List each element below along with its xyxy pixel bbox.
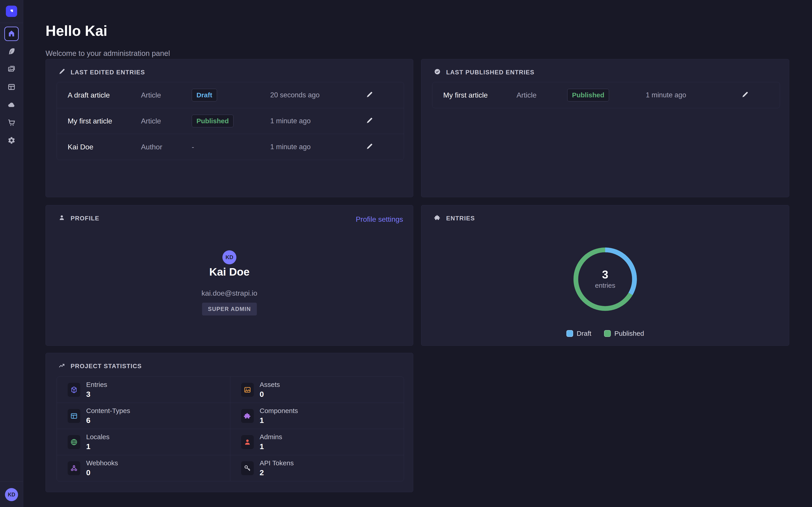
home-icon xyxy=(7,30,15,38)
panel-title: LAST PUBLISHED ENTRIES xyxy=(446,69,535,76)
legend-label: Published xyxy=(614,330,644,337)
sidebar-item-deploy[interactable] xyxy=(4,98,19,112)
page-title: Hello Kai xyxy=(46,22,107,39)
edit-entry-button[interactable] xyxy=(366,143,373,151)
content-manager-icon xyxy=(7,47,15,56)
stat-content-types: Content-Types 6 xyxy=(57,403,230,429)
avatar-initials: KD xyxy=(8,492,15,498)
panel-title: ENTRIES xyxy=(446,215,475,222)
entries-icon xyxy=(68,383,80,397)
last-published-entries-header: LAST PUBLISHED ENTRIES xyxy=(434,68,535,76)
marketplace-icon xyxy=(7,118,15,127)
stats-row: Content-Types 6 Components 1 xyxy=(57,403,404,429)
project-statistics-header: PROJECT STATISTICS xyxy=(58,362,142,371)
stat-label: Webhooks xyxy=(86,459,118,467)
strapi-logo[interactable] xyxy=(6,6,17,17)
legend-label: Draft xyxy=(577,330,592,337)
profile-email: kai.doe@strapi.io xyxy=(46,289,413,297)
profile-settings-link[interactable]: Profile settings xyxy=(356,215,403,224)
panel-title: PROJECT STATISTICS xyxy=(70,363,142,370)
entries-donut-chart: 3 entries xyxy=(571,245,639,313)
sidebar-item-content-type-builder[interactable] xyxy=(4,80,19,95)
entry-name: Kai Doe xyxy=(68,143,141,151)
avatar: KD xyxy=(222,250,236,264)
table-row: My first article Article Published 1 min… xyxy=(57,108,404,134)
profile-name: Kai Doe xyxy=(46,266,413,278)
project-statistics-table: Entries 3 Assets 0 xyxy=(57,377,404,481)
sidebar-item-home[interactable] xyxy=(4,26,19,41)
donut-center: 3 entries xyxy=(571,245,639,313)
settings-icon xyxy=(7,136,15,145)
status-badge: Published xyxy=(567,89,609,101)
entry-type: Article xyxy=(141,117,192,125)
last-edited-entries-panel: LAST EDITED ENTRIES A draft article Arti… xyxy=(46,59,413,197)
stats-row: Locales 1 Admins 1 xyxy=(57,429,404,455)
entry-time: 1 minute ago xyxy=(270,143,366,151)
sidebar-divider-bottom xyxy=(0,481,23,482)
stat-value: 1 xyxy=(260,416,298,425)
last-published-entries-panel: LAST PUBLISHED ENTRIES My first article … xyxy=(421,59,789,197)
sidebar-item-content-manager[interactable] xyxy=(4,44,19,59)
pencil-icon xyxy=(58,68,65,76)
profile-panel: PROFILE Profile settings KD Kai Doe kai.… xyxy=(46,205,413,346)
stats-row: Webhooks 0 API Tokens 2 xyxy=(57,455,404,481)
content-type-builder-icon xyxy=(7,83,15,92)
entry-type: Article xyxy=(516,91,567,99)
entries-panel: ENTRIES 3 entries Draft Published xyxy=(421,205,789,346)
table-row: My first article Article Published 1 min… xyxy=(433,82,780,108)
role-badge: SUPER ADMIN xyxy=(202,302,257,316)
sidebar-user-avatar[interactable]: KD xyxy=(5,488,18,501)
stat-label: Content-Types xyxy=(86,407,130,414)
edit-entry-button[interactable] xyxy=(366,91,373,99)
user-icon xyxy=(58,214,65,223)
strapi-admin-dashboard: KD Hello Kai Welcome to your administrat… xyxy=(0,0,812,507)
check-circle-icon xyxy=(434,68,441,76)
stat-entries: Entries 3 xyxy=(57,377,230,403)
last-edited-entries-header: LAST EDITED ENTRIES xyxy=(58,68,145,76)
page-subtitle: Welcome to your administration panel xyxy=(46,49,170,58)
stat-value: 0 xyxy=(86,468,118,477)
edit-entry-button[interactable] xyxy=(366,117,373,125)
sidebar-item-media-library[interactable] xyxy=(4,62,19,76)
last-edited-entries-table: A draft article Article Draft 20 seconds… xyxy=(57,82,404,160)
api-tokens-icon xyxy=(241,461,254,475)
last-published-entries-table: My first article Article Published 1 min… xyxy=(432,82,780,108)
stat-components: Components 1 xyxy=(230,403,404,429)
status-empty: - xyxy=(192,143,270,151)
stat-value: 1 xyxy=(86,442,109,451)
legend-item-published: Published xyxy=(604,330,644,337)
donut-total-label: entries xyxy=(595,282,615,289)
stat-label: Locales xyxy=(86,433,109,441)
edit-entry-button[interactable] xyxy=(742,91,748,99)
deploy-cloud-icon xyxy=(7,101,15,110)
trending-up-icon xyxy=(58,362,65,371)
sidebar-item-settings[interactable] xyxy=(4,133,19,148)
stat-locales: Locales 1 xyxy=(57,429,230,455)
sidebar-item-marketplace[interactable] xyxy=(4,116,19,130)
profile-header: PROFILE xyxy=(58,214,99,223)
stat-value: 1 xyxy=(260,442,282,451)
entry-type: Author xyxy=(141,143,192,151)
status-badge: Draft xyxy=(192,89,217,101)
stats-row: Entries 3 Assets 0 xyxy=(57,377,404,403)
edit-pencil-icon xyxy=(742,96,748,99)
edit-pencil-icon xyxy=(366,96,373,99)
panel-title: PROFILE xyxy=(70,215,99,222)
locales-icon xyxy=(68,435,80,449)
puzzle-icon xyxy=(434,214,441,223)
stat-value: 6 xyxy=(86,416,130,425)
sidebar-divider-top xyxy=(0,23,23,23)
donut-total: 3 xyxy=(602,269,608,280)
admins-icon xyxy=(241,435,254,449)
entry-name: My first article xyxy=(443,91,516,99)
media-library-icon xyxy=(7,65,15,74)
status-badge: Published xyxy=(192,115,234,127)
stat-label: Assets xyxy=(260,381,280,389)
sidebar: KD xyxy=(0,0,23,507)
entries-header: ENTRIES xyxy=(434,214,475,223)
entry-type: Article xyxy=(141,91,192,99)
project-statistics-panel: PROJECT STATISTICS Entries 3 xyxy=(46,353,413,492)
strapi-logo-icon xyxy=(8,8,15,15)
stat-label: Components xyxy=(260,407,298,414)
stat-label: Entries xyxy=(86,381,107,389)
